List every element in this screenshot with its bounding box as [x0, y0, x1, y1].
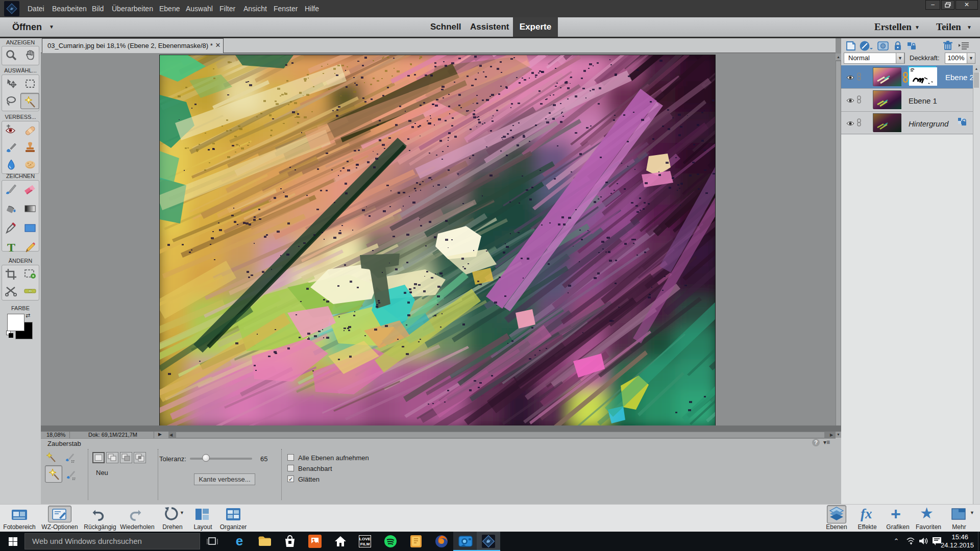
svg-text:e: e [236, 535, 243, 548]
svg-text:FiLM: FiLM [360, 542, 370, 546]
svg-text:T: T [7, 241, 15, 254]
svg-text:LOVE: LOVE [359, 537, 371, 541]
